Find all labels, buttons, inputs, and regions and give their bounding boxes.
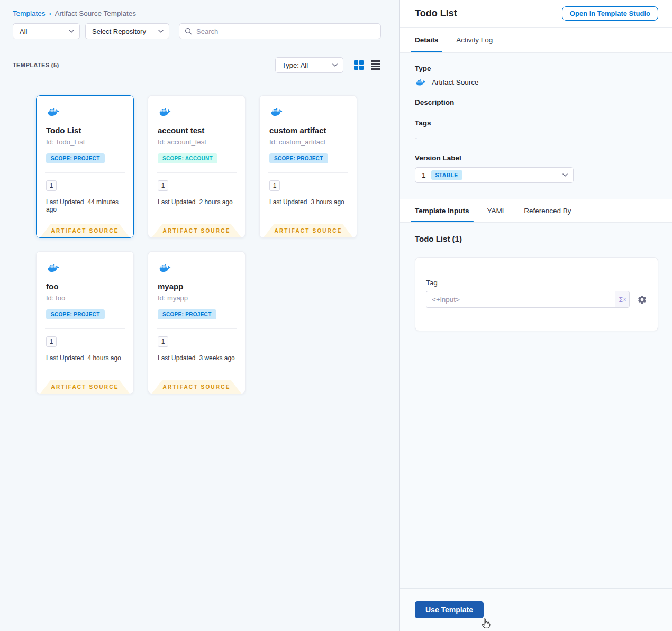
tab-template-inputs[interactable]: Template Inputs: [415, 199, 469, 222]
tag-input-card: Tag Σx: [415, 257, 658, 331]
docker-icon: [158, 262, 235, 273]
template-inputs-body: Todo List (1) Tag Σx: [400, 223, 672, 588]
template-card-title: Todo List: [46, 126, 124, 135]
type-value: Artifact Source: [432, 78, 479, 86]
card-divider: [157, 328, 237, 329]
last-updated-label: Last Updated: [46, 198, 84, 206]
inputs-section-title: Todo List (1): [415, 234, 659, 243]
last-updated-value: 3 hours ago: [311, 198, 344, 206]
docker-icon: [415, 78, 426, 87]
open-template-studio-button[interactable]: Open in Template Studio: [562, 6, 658, 21]
tab-details[interactable]: Details: [415, 28, 438, 52]
scope-badge: SCOPE: PROJECT: [269, 153, 328, 163]
tags-value: -: [415, 133, 657, 141]
type-filter-dropdown[interactable]: Type: All: [275, 57, 343, 73]
breadcrumb-current: Artifact Source Templates: [55, 10, 137, 17]
details-header: Todo List Open in Template Studio: [400, 0, 672, 28]
template-card-id: Id: Todo_List: [46, 138, 124, 146]
last-updated-label: Last Updated: [158, 354, 195, 362]
last-updated-label: Last Updated: [158, 198, 195, 206]
tab-yaml[interactable]: YAML: [487, 199, 506, 222]
list-view-icon[interactable]: [371, 60, 380, 70]
details-tabs: Details Activity Log: [400, 28, 672, 53]
chevron-down-icon: [158, 30, 164, 33]
last-updated-row: Last Updated3 hours ago: [269, 198, 347, 206]
card-divider: [157, 172, 237, 173]
tag-label: Tag: [426, 279, 647, 287]
expression-input-type-button[interactable]: Σx: [615, 291, 630, 308]
version-count-box: 1: [158, 336, 168, 347]
docker-icon: [269, 106, 347, 117]
type-value-row: Artifact Source: [415, 78, 657, 87]
version-count-box: 1: [269, 180, 280, 191]
tag-input-group: Σx: [426, 291, 630, 308]
chevron-down-icon: [69, 30, 74, 33]
card-divider: [45, 328, 125, 329]
input-settings-gear-icon[interactable]: [637, 295, 647, 305]
template-card-title: custom artifact: [269, 126, 347, 135]
stable-badge: STABLE: [431, 170, 462, 180]
inputs-tabs: Template Inputs YAML Referenced By: [400, 199, 672, 223]
tab-activity-log[interactable]: Activity Log: [456, 28, 493, 52]
details-body: Type Artifact Source Description Tags - …: [400, 53, 672, 199]
template-card[interactable]: foo Id: foo SCOPE: PROJECT 1 Last Update…: [36, 251, 134, 394]
search-input[interactable]: [196, 28, 375, 35]
chevron-down-icon: [562, 173, 568, 177]
template-card-title: account test: [158, 126, 235, 135]
details-footer: Use Template: [400, 588, 672, 631]
artifact-source-ribbon: ARTIFACT SOURCE: [152, 380, 241, 394]
view-toggle: [354, 60, 380, 70]
docker-icon: [46, 106, 124, 117]
repository-filter-value: Select Repository: [92, 28, 146, 35]
template-list-panel: Templates › Artifact Source Templates Al…: [0, 0, 400, 631]
template-card[interactable]: myapp Id: myapp SCOPE: PROJECT 1 Last Up…: [148, 251, 246, 394]
artifact-source-ribbon: ARTIFACT SOURCE: [264, 224, 353, 237]
version-label: Version Label: [415, 154, 657, 162]
artifact-source-ribbon: ARTIFACT SOURCE: [40, 224, 130, 237]
last-updated-label: Last Updated: [46, 354, 84, 362]
last-updated-value: 4 hours ago: [87, 354, 121, 362]
templates-count-label: TEMPLATES (5): [13, 62, 59, 68]
grid-view-icon[interactable]: [354, 60, 364, 70]
scope-filter-value: All: [20, 28, 27, 35]
use-template-button[interactable]: Use Template: [415, 601, 484, 618]
docker-icon: [158, 106, 235, 117]
breadcrumb-templates-link[interactable]: Templates: [13, 10, 46, 17]
filter-row: All Select Repository: [13, 23, 381, 39]
last-updated-value: 2 hours ago: [199, 198, 232, 206]
template-card-id: Id: foo: [46, 294, 124, 302]
template-card[interactable]: Todo List Id: Todo_List SCOPE: PROJECT 1…: [36, 95, 134, 238]
search-icon: [185, 28, 192, 35]
scope-badge: SCOPE: ACCOUNT: [158, 153, 217, 163]
scope-badge: SCOPE: PROJECT: [46, 309, 105, 319]
version-dropdown[interactable]: 1 STABLE: [415, 167, 574, 183]
tag-input-row: Σx: [426, 291, 647, 308]
version-count-box: 1: [46, 336, 57, 347]
description-label: Description: [415, 98, 657, 106]
template-card-id: Id: myapp: [158, 294, 235, 302]
tab-referenced-by[interactable]: Referenced By: [524, 199, 571, 222]
last-updated-label: Last Updated: [269, 198, 307, 206]
template-details-panel: Todo List Open in Template Studio Detail…: [400, 0, 672, 631]
last-updated-value: 3 weeks ago: [199, 354, 234, 362]
version-count-box: 1: [46, 180, 57, 191]
docker-icon: [46, 262, 124, 273]
last-updated-row: Last Updated2 hours ago: [158, 198, 235, 206]
last-updated-row: Last Updated3 weeks ago: [158, 354, 235, 362]
breadcrumb-separator-icon: ›: [49, 10, 51, 17]
scope-filter-dropdown[interactable]: All: [13, 23, 80, 39]
scope-badge: SCOPE: PROJECT: [158, 309, 216, 319]
tag-input[interactable]: [426, 291, 615, 308]
tags-label: Tags: [415, 119, 657, 127]
last-updated-row: Last Updated4 hours ago: [46, 354, 124, 362]
type-label: Type: [415, 65, 657, 72]
app-window: Templates › Artifact Source Templates Al…: [0, 0, 672, 631]
template-card[interactable]: account test Id: account_test SCOPE: ACC…: [148, 95, 246, 238]
details-title: Todo List: [415, 8, 457, 19]
list-header: TEMPLATES (5) Type: All: [13, 57, 380, 73]
template-card[interactable]: custom artifact Id: custom_artifact SCOP…: [259, 95, 357, 238]
repository-filter-dropdown[interactable]: Select Repository: [85, 23, 169, 39]
scope-badge: SCOPE: PROJECT: [46, 153, 105, 163]
template-card-title: myapp: [158, 282, 235, 291]
template-card-id: Id: account_test: [158, 138, 235, 146]
